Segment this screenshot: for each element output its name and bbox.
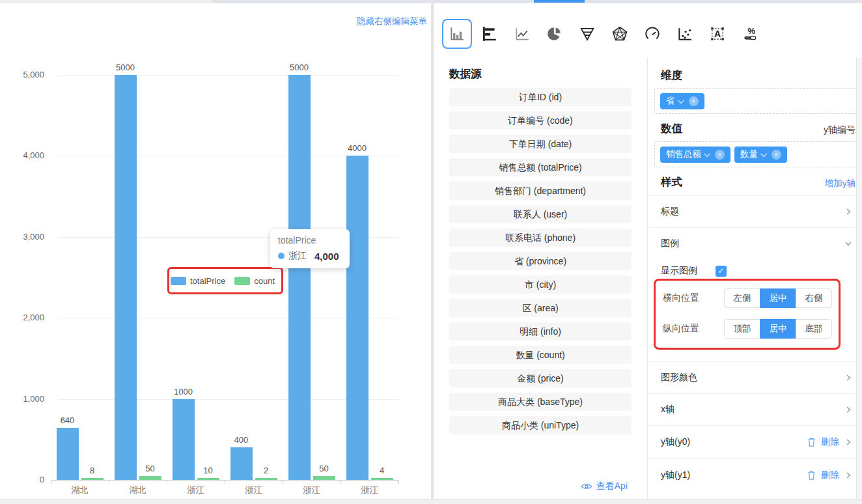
bar-count[interactable] — [197, 478, 219, 480]
metrics-tag-count[interactable]: 数量 × — [734, 147, 787, 163]
datasource-field[interactable]: 销售部门 (department) — [449, 182, 632, 200]
chart-tooltip: totalPrice 浙江 4,000 — [270, 229, 350, 268]
bar-totalPrice[interactable] — [346, 156, 368, 480]
x-axis-category-label: 湖北 — [61, 484, 100, 496]
remove-tag-icon[interactable]: × — [772, 150, 781, 160]
bar-value-label: 5000 — [106, 63, 145, 73]
svg-text:%: % — [747, 26, 755, 36]
metrics-dropzone[interactable]: 销售总额 × 数量 × — [654, 141, 857, 167]
datasource-field[interactable]: 区 (area) — [449, 299, 632, 317]
datasource-field[interactable]: 下单日期 (date) — [449, 135, 632, 153]
y-axis-tick-label: 1,000 — [0, 394, 44, 404]
legend-v-position-option[interactable]: 顶部 — [724, 319, 760, 339]
legend-highlight[interactable]: totalPrice count — [167, 267, 283, 294]
datasource-field[interactable]: 销售总额 (totalPrice) — [449, 158, 632, 176]
datasource-field[interactable]: 商品小类 (uniType) — [449, 416, 632, 434]
chart-panel: 隐藏右侧编辑菜单 totalPrice 浙江 4,000 totalPrice … — [0, 3, 431, 499]
datasource-field[interactable]: 市 (city) — [449, 275, 632, 294]
bar-value-label: 50 — [305, 464, 344, 474]
x-axis-tick — [109, 480, 109, 484]
bar-count[interactable] — [255, 478, 277, 480]
datasource-field[interactable]: 订单ID (id) — [449, 88, 632, 106]
funnel-chart-type-button[interactable] — [572, 19, 602, 49]
eye-icon — [581, 482, 592, 491]
delete-y1-button[interactable]: 删除 — [821, 469, 839, 481]
datasource-field[interactable]: 联系人 (user) — [449, 205, 632, 223]
dimension-tag-province[interactable]: 省 × — [660, 93, 704, 109]
pie-chart-type-button[interactable] — [540, 19, 570, 49]
bar-value-label: 10 — [189, 466, 228, 476]
bar-value-label: 4 — [363, 466, 402, 476]
radar-chart-type-button[interactable] — [605, 19, 635, 49]
trash-icon[interactable] — [807, 470, 816, 481]
datasource-panel: 数据源 订单ID (id)订单编号 (code)下单日期 (date)销售总额 … — [434, 58, 648, 499]
legend-h-position-option[interactable]: 左侧 — [724, 288, 760, 308]
view-api-label: 查看Api — [596, 481, 628, 492]
title-section-row[interactable]: 标题 — [648, 195, 859, 227]
chevron-down-icon[interactable] — [704, 150, 710, 157]
chevron-down-icon[interactable] — [678, 97, 684, 104]
datasource-field[interactable]: 明细 (info) — [449, 322, 632, 341]
remove-tag-icon[interactable]: × — [715, 150, 725, 160]
bar-count[interactable] — [313, 476, 335, 480]
app-root: 隐藏右侧编辑菜单 totalPrice 浙江 4,000 totalPrice … — [0, 0, 862, 504]
text-block-type-button[interactable]: A — [702, 19, 732, 49]
y-axis-y0-label: y轴(y0) — [661, 436, 690, 448]
legend-section-row[interactable]: 图例 — [648, 227, 859, 259]
datasource-field[interactable]: 商品大类 (baseType) — [449, 393, 632, 411]
metrics-tag-totalPrice[interactable]: 销售总额 × — [660, 147, 730, 163]
show-legend-checkbox[interactable]: ✓ — [716, 266, 727, 277]
datasource-field[interactable]: 省 (province) — [449, 252, 632, 270]
bar-count[interactable] — [371, 478, 393, 480]
x-axis-label: x轴 — [661, 404, 674, 415]
y-axis-y1-label: y轴(y1) — [661, 469, 690, 481]
show-legend-label: 显示图例 — [661, 265, 697, 277]
y-axis-tick-label: 2,000 — [0, 313, 44, 323]
delete-y0-button[interactable]: 删除 — [821, 436, 839, 448]
style-title: 样式 — [661, 175, 682, 189]
shape-color-label: 图形颜色 — [661, 372, 697, 384]
y-axis-tick-label: 5,000 — [0, 70, 44, 80]
datasource-field[interactable]: 金额 (price) — [449, 369, 632, 387]
title-section-label: 标题 — [661, 206, 679, 217]
y-axis-y0-section-row[interactable]: y轴(y0) 删除 — [648, 425, 859, 458]
legend-swatch-count[interactable] — [234, 277, 250, 285]
trash-icon[interactable] — [807, 437, 816, 447]
x-axis-category-label: 湖北 — [118, 484, 158, 496]
bar-count[interactable] — [139, 476, 161, 480]
y-axis-y1-section-row[interactable]: y轴(y1) 删除 — [648, 458, 859, 492]
datasource-field[interactable]: 订单编号 (code) — [449, 111, 632, 130]
view-api-link[interactable]: 查看Api — [581, 481, 628, 492]
bar-value-label: 5000 — [280, 63, 319, 73]
x-axis-section-row[interactable]: x轴 — [648, 393, 859, 425]
legend-h-position-row: 横向位置 左侧居中右侧 — [663, 288, 839, 308]
settings-scrollbar[interactable] — [856, 58, 862, 499]
horizontal-bar-chart-type-button[interactable] — [475, 19, 505, 49]
shape-color-section-row[interactable]: 图形颜色 — [648, 361, 859, 393]
gauge-chart-type-button[interactable] — [637, 19, 667, 49]
add-y-axis-link[interactable]: 增加y轴 — [825, 178, 855, 189]
bottom-scrollbar[interactable] — [0, 499, 862, 504]
bar-totalPrice[interactable] — [115, 75, 137, 480]
bar-value-label: 400 — [222, 435, 261, 445]
bar-chart-type-button[interactable] — [442, 19, 472, 49]
percent-progress-type-button[interactable]: % — [735, 19, 765, 49]
remove-tag-icon[interactable]: × — [689, 96, 699, 106]
legend-swatch-totalPrice[interactable] — [171, 277, 186, 285]
dimension-dropzone[interactable]: 省 × — [654, 88, 857, 114]
bar-count[interactable] — [81, 478, 104, 480]
scatter-chart-type-button[interactable] — [670, 19, 700, 49]
legend-label-totalPrice[interactable]: totalPrice — [190, 276, 225, 286]
legend-h-position-option[interactable]: 右侧 — [796, 288, 832, 308]
chevron-down-icon[interactable] — [760, 150, 767, 157]
datasource-field[interactable]: 联系电话 (phone) — [449, 229, 632, 247]
legend-h-position-option[interactable]: 居中 — [760, 288, 796, 308]
bar-totalPrice[interactable] — [288, 75, 311, 480]
line-chart-type-button[interactable] — [507, 19, 537, 49]
tag-label: 销售总额 — [666, 148, 701, 160]
legend-v-position-option[interactable]: 居中 — [760, 319, 796, 339]
x-axis-category-label: 浙江 — [176, 484, 216, 496]
legend-v-position-option[interactable]: 底部 — [796, 319, 832, 339]
legend-label-count[interactable]: count — [254, 276, 275, 286]
datasource-field[interactable]: 数量 (count) — [449, 346, 632, 364]
